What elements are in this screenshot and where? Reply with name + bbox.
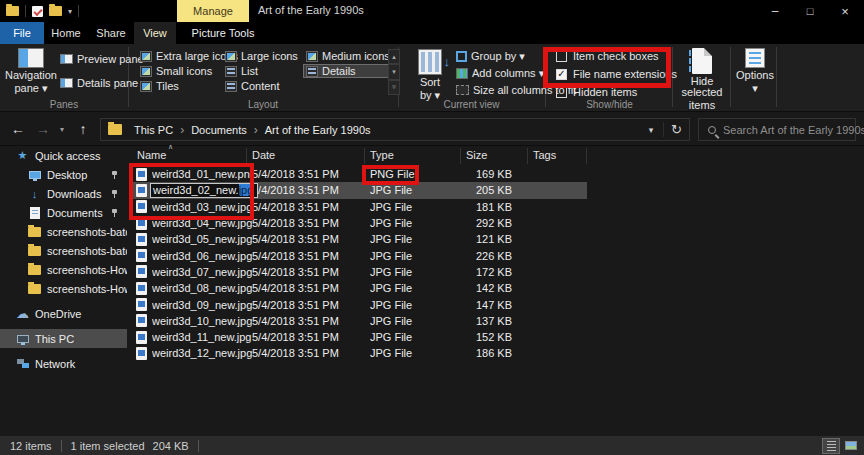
file-size: 142 KB: [460, 282, 512, 294]
qat-properties-icon[interactable]: [32, 6, 43, 17]
sidebar-item-documents[interactable]: Documents: [0, 203, 127, 222]
table-row[interactable]: weird3d_02_new.jpg5/4/2018 3:51 PMJPG Fi…: [130, 182, 587, 198]
table-row[interactable]: weird3d_08_new.jpg5/4/2018 3:51 PMJPG Fi…: [130, 280, 864, 296]
breadcrumb-item[interactable]: Art of the Early 1990s: [261, 124, 375, 136]
sidebar-item-onedrive[interactable]: ☁OneDrive: [0, 304, 127, 323]
sidebar-item-downloads[interactable]: ↓Downloads: [0, 184, 127, 203]
sidebar-item-this-pc[interactable]: This PC: [0, 329, 127, 348]
sidebar-item-label: Downloads: [47, 188, 101, 200]
sidebar-item-screenshots-how-t[interactable]: screenshots-How-t: [0, 260, 127, 279]
column-header-tags[interactable]: Tags: [533, 149, 556, 161]
layout-option-details[interactable]: Details: [303, 64, 395, 78]
back-icon[interactable]: ←: [6, 118, 30, 140]
file-size: 172 KB: [460, 266, 512, 278]
breadcrumb-item[interactable]: Documents: [187, 124, 251, 136]
column-header-type[interactable]: Type: [370, 149, 394, 161]
desktop-icon: [29, 171, 41, 179]
options-button[interactable]: Options ▾: [736, 48, 774, 94]
qat-folder-icon[interactable]: [6, 6, 19, 16]
checkbox-file-name-extensions[interactable]: ✓File name extensions: [556, 68, 677, 80]
table-row[interactable]: weird3d_05_new.jpg5/4/2018 3:51 PMJPG Fi…: [130, 231, 864, 247]
table-row[interactable]: weird3d_03_new.jpg5/4/2018 3:51 PMJPG Fi…: [130, 199, 864, 215]
rename-selected-text: jpg: [239, 184, 254, 196]
file-type: JPG File: [370, 233, 460, 245]
tab-view[interactable]: View: [134, 22, 176, 44]
layout-option-label: Large icons: [241, 50, 298, 62]
qat-customize-caret-icon[interactable]: ▾: [68, 7, 72, 16]
file-rows: weird3d_01_new.png5/4/2018 3:51 PMPNG Fi…: [130, 166, 864, 362]
checkbox-hidden-items[interactable]: Hidden items: [556, 86, 637, 98]
sort-by-button[interactable]: Sort by ▾: [410, 49, 450, 101]
details-pane-button[interactable]: Details pane: [60, 77, 138, 89]
gallery-scrollbar[interactable]: ▴ ▾ ▿: [388, 49, 400, 95]
table-row[interactable]: weird3d_04_new.jpg5/4/2018 3:51 PMJPG Fi…: [130, 215, 864, 231]
tab-home[interactable]: Home: [44, 22, 88, 44]
up-icon[interactable]: ↑: [72, 118, 94, 140]
file-name: weird3d_06_new.jpg: [152, 250, 252, 262]
sidebar-item-screenshots-batch1[interactable]: screenshots-batch1: [0, 222, 127, 241]
table-row[interactable]: weird3d_10_new.jpg5/4/2018 3:51 PMJPG Fi…: [130, 313, 864, 329]
gallery-more-icon[interactable]: ▿: [388, 80, 400, 95]
details-view-toggle[interactable]: [822, 438, 840, 454]
table-row[interactable]: weird3d_09_new.jpg5/4/2018 3:51 PMJPG Fi…: [130, 296, 864, 312]
navigation-pane-button[interactable]: Navigation pane ▾: [8, 48, 54, 94]
gallery-scroll-up-icon[interactable]: ▴: [388, 49, 400, 64]
close-button[interactable]: ×: [828, 0, 862, 22]
qat-separator: [78, 5, 79, 17]
forward-icon[interactable]: →: [32, 118, 54, 140]
refresh-icon[interactable]: ↻: [663, 122, 689, 137]
window-title: Art of the Early 1990s: [258, 4, 364, 16]
layout-option-medium-icons[interactable]: Medium icons: [303, 49, 395, 63]
address-bar[interactable]: This PC›Documents›Art of the Early 1990s…: [100, 118, 690, 141]
layout-option-list[interactable]: List: [222, 64, 303, 78]
checkbox-item-check-boxes[interactable]: Item check boxes: [556, 50, 659, 62]
table-row[interactable]: weird3d_07_new.jpg5/4/2018 3:51 PMJPG Fi…: [130, 264, 864, 280]
gallery-scroll-down-icon[interactable]: ▾: [388, 64, 400, 79]
recent-locations-icon[interactable]: ▾: [55, 118, 69, 140]
sidebar-item-desktop[interactable]: Desktop: [0, 165, 127, 184]
show-hide-group: Item check boxes✓File name extensionsHid…: [547, 44, 672, 112]
address-dropdown-icon[interactable]: ▾: [639, 125, 663, 135]
sidebar-item-quick-access[interactable]: ★Quick access: [0, 146, 127, 165]
group-divider: [776, 47, 777, 107]
column-header-name[interactable]: Name: [137, 149, 166, 161]
breadcrumb-item[interactable]: This PC: [130, 124, 177, 136]
layout-group: Extra large iconsSmall iconsTilesLarge i…: [130, 44, 396, 112]
thumbnail-view-toggle[interactable]: [842, 438, 860, 454]
search-placeholder: Search Art of the Early 1990s: [723, 124, 864, 136]
table-row[interactable]: weird3d_12_new.jpg5/4/2018 3:51 PMJPG Fi…: [130, 345, 864, 361]
manage-context-tab[interactable]: Manage: [177, 0, 249, 22]
file-size: 186 KB: [460, 347, 512, 359]
qat-new-folder-icon[interactable]: [49, 6, 62, 16]
checkbox-icon: [556, 51, 567, 62]
column-header-date[interactable]: Date: [252, 149, 275, 161]
image-file-icon: [136, 217, 147, 230]
column-header-size[interactable]: Size: [466, 149, 487, 161]
layout-option-large-icons[interactable]: Large icons: [222, 49, 303, 63]
tab-file[interactable]: File: [0, 22, 44, 44]
maximize-button[interactable]: □: [793, 0, 827, 22]
hide-selected-items-button[interactable]: Hide selected items: [682, 48, 722, 111]
group-by-button[interactable]: Group by ▾: [456, 50, 525, 63]
image-file-icon: [136, 298, 147, 311]
file-name: weird3d_12_new.jpg: [152, 347, 252, 359]
table-row[interactable]: weird3d_06_new.jpg5/4/2018 3:51 PMJPG Fi…: [130, 247, 864, 263]
tab-picture-tools[interactable]: Picture Tools: [178, 22, 268, 44]
sidebar-item-label: screenshots-batch2: [47, 245, 127, 257]
layout-option-icon: [140, 81, 152, 92]
add-columns-button[interactable]: Add columns ▾: [456, 67, 544, 80]
sidebar-item-network[interactable]: Network: [0, 354, 127, 373]
network-icon: [17, 359, 29, 368]
minimize-button[interactable]: –: [758, 0, 792, 22]
current-view-group: Sort by ▾ Group by ▾ Add columns ▾ Size …: [400, 44, 543, 112]
sidebar-item-screenshots-how-t[interactable]: screenshots-How-t: [0, 279, 127, 298]
layout-option-content[interactable]: Content: [222, 79, 303, 93]
rename-input[interactable]: weird3d_02_new.jpg: [150, 183, 258, 198]
tab-share[interactable]: Share: [88, 22, 134, 44]
table-row[interactable]: weird3d_01_new.png5/4/2018 3:51 PMPNG Fi…: [130, 166, 864, 182]
navigation-pane: ★Quick accessDesktop↓DownloadsDocumentss…: [0, 146, 127, 436]
search-input[interactable]: Search Art of the Early 1990s: [698, 118, 856, 141]
table-row[interactable]: weird3d_11_new.jpg5/4/2018 3:51 PMJPG Fi…: [130, 329, 864, 345]
sidebar-item-screenshots-batch2[interactable]: screenshots-batch2: [0, 241, 127, 260]
image-file-icon: [136, 347, 147, 360]
